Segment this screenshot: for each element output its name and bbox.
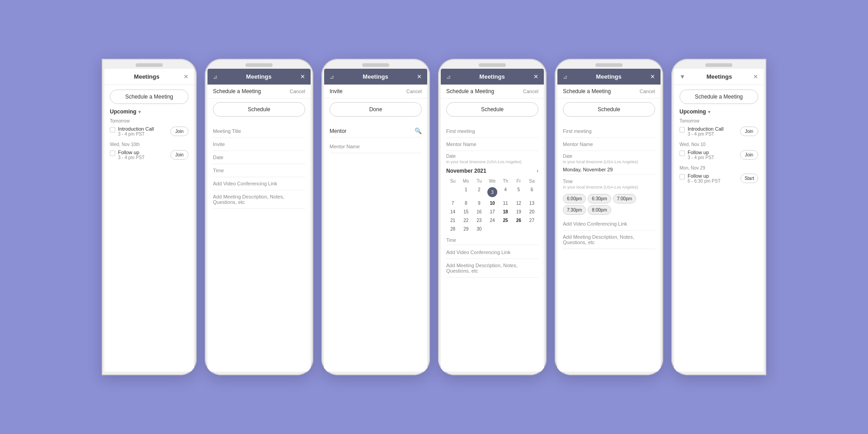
screen-content: Mentor🔍Mentor Name <box>324 120 427 372</box>
meeting-checkbox[interactable] <box>679 174 685 179</box>
cal-day-cell <box>525 225 538 233</box>
cancel-link[interactable]: Cancel <box>290 89 305 94</box>
meeting-checkbox[interactable] <box>110 151 115 156</box>
search-input[interactable]: Mentor <box>330 128 415 134</box>
form-field[interactable]: Time <box>213 164 305 177</box>
form-field[interactable]: Meeting Title <box>213 125 305 138</box>
cal-day-cell[interactable]: 18 <box>499 208 512 216</box>
form-field-bottom[interactable]: Add Meeting Description, Notes, Question… <box>563 231 655 249</box>
form-field-bottom[interactable]: Add Video Conferencing Link <box>446 246 538 259</box>
time-section-label: Time <box>563 176 655 185</box>
filter-icon[interactable]: ▼ <box>679 73 685 80</box>
form-field-bottom[interactable]: Add Meeting Description, Notes, Question… <box>446 259 538 278</box>
form-field-top[interactable]: Mentor Name <box>446 138 538 151</box>
cancel-link[interactable]: Cancel <box>640 89 655 94</box>
cal-day-cell[interactable]: 11 <box>499 199 512 208</box>
time-slot-button[interactable]: 6:30pm <box>588 194 611 203</box>
cal-day-cell[interactable]: 27 <box>525 216 538 225</box>
search-icon[interactable]: 🔍 <box>415 127 422 134</box>
cal-day-cell[interactable]: 19 <box>512 208 525 216</box>
cal-day-cell[interactable]: 23 <box>472 216 486 225</box>
meeting-checkbox[interactable] <box>110 127 115 132</box>
cal-day-cell[interactable]: 25 <box>499 216 512 225</box>
upcoming-dropdown[interactable]: Upcoming▾ <box>110 108 189 115</box>
cal-day-cell[interactable]: 4 <box>499 185 512 199</box>
close-icon[interactable]: ✕ <box>650 73 655 80</box>
cal-day-cell[interactable]: 26 <box>512 216 525 225</box>
cal-day-cell[interactable]: 7 <box>446 199 459 208</box>
time-slot-button[interactable]: 8:00pm <box>588 205 611 215</box>
meeting-name: Follow up <box>118 150 145 155</box>
meeting-info: Follow up3 - 4 pm PST <box>688 150 714 160</box>
cal-day-cell[interactable]: 2 <box>472 185 486 199</box>
cal-day-cell[interactable]: 28 <box>446 225 459 233</box>
time-slot-button[interactable]: 6:00pm <box>563 194 586 203</box>
schedule-meeting-button[interactable]: Schedule a Meeting <box>110 90 189 104</box>
form-field[interactable]: Date <box>213 151 305 164</box>
cal-day-cell[interactable]: 24 <box>486 216 499 225</box>
form-field-top[interactable]: First meeting <box>563 125 655 138</box>
phone-notch <box>136 63 163 67</box>
cal-day-cell[interactable]: 16 <box>472 208 486 216</box>
form-field-top[interactable]: First meeting <box>446 125 538 138</box>
schedule-meeting-button[interactable]: Schedule a Meeting <box>679 90 758 104</box>
cal-day-cell[interactable]: 1 <box>459 185 472 199</box>
form-field[interactable]: Add Video Conferencing Link <box>213 177 305 190</box>
cal-day-cell[interactable]: 22 <box>459 216 472 225</box>
join-button[interactable]: Join <box>740 127 758 136</box>
cancel-link[interactable]: Cancel <box>406 89 422 94</box>
cal-day-cell[interactable]: 17 <box>486 208 499 216</box>
cal-day-cell[interactable]: 10 <box>486 199 499 208</box>
close-icon[interactable]: ✕ <box>184 73 189 80</box>
meeting-checkbox[interactable] <box>679 151 685 156</box>
cal-day-cell[interactable]: 5 <box>512 185 525 199</box>
form-field[interactable]: Invite <box>213 138 305 151</box>
form-field-top[interactable]: Mentor Name <box>563 138 655 151</box>
meeting-checkbox[interactable] <box>679 127 685 132</box>
funnel-icon[interactable]: ⊿ <box>446 74 451 80</box>
schedule-button[interactable]: Schedule <box>563 102 655 117</box>
cal-day-cell[interactable]: 30 <box>472 225 486 233</box>
schedule-button[interactable]: Schedule <box>213 102 305 117</box>
close-icon[interactable]: ✕ <box>533 73 538 80</box>
form-field[interactable]: Add Meeting Description, Notes, Question… <box>213 190 305 209</box>
funnel-icon[interactable]: ⊿ <box>563 74 567 80</box>
close-icon[interactable]: ✕ <box>300 73 305 80</box>
join-button[interactable]: Join <box>170 127 189 136</box>
calendar-next-chevron[interactable]: › <box>537 168 538 174</box>
cal-day-cell[interactable]: 14 <box>446 208 459 216</box>
cal-day-cell[interactable]: 12 <box>512 199 525 208</box>
cancel-link[interactable]: Cancel <box>523 89 538 94</box>
time-section-label: Time <box>446 235 538 244</box>
phone-phone2: ⊿Meetings✕Schedule a MeetingCancelSchedu… <box>205 59 313 375</box>
cal-day-cell[interactable]: 29 <box>459 225 472 233</box>
date-section-title: Date <box>446 151 538 160</box>
start-button[interactable]: Start <box>741 174 758 183</box>
sub-header-title: Schedule a Meeting <box>446 88 494 94</box>
close-icon[interactable]: ✕ <box>753 73 758 80</box>
meeting-left: Follow up3 - 4 pm PST <box>110 150 145 160</box>
close-icon[interactable]: ✕ <box>417 73 422 80</box>
phone-phone6: ▼Meetings✕Schedule a MeetingUpcoming▾Tom… <box>671 59 766 375</box>
header-bar: ⊿Meetings✕ <box>324 69 427 85</box>
cal-day-cell[interactable]: 21 <box>446 216 459 225</box>
cal-day-cell[interactable]: 15 <box>459 208 472 216</box>
upcoming-dropdown[interactable]: Upcoming▾ <box>679 108 758 115</box>
time-slot-button[interactable]: 7:00pm <box>613 194 636 203</box>
cal-day-cell[interactable]: 3 <box>486 185 499 199</box>
form-field-bottom[interactable]: Add Video Conferencing Link <box>563 217 655 231</box>
search-field[interactable]: Mentor🔍 <box>330 125 422 137</box>
cal-day-cell[interactable]: 13 <box>525 199 538 208</box>
cal-day-cell[interactable]: 6 <box>525 185 538 199</box>
phone-notch <box>479 63 506 67</box>
cal-day-cell[interactable]: 8 <box>459 199 472 208</box>
schedule-button[interactable]: Schedule <box>446 102 538 117</box>
cal-day-cell[interactable]: 9 <box>472 199 486 208</box>
time-slot-button[interactable]: 7:30pm <box>563 205 586 215</box>
funnel-icon[interactable]: ⊿ <box>213 74 217 80</box>
join-button[interactable]: Join <box>170 150 189 160</box>
join-button[interactable]: Join <box>740 150 758 160</box>
funnel-icon[interactable]: ⊿ <box>330 74 334 80</box>
cal-day-cell[interactable]: 20 <box>525 208 538 216</box>
done-button[interactable]: Done <box>330 102 422 117</box>
